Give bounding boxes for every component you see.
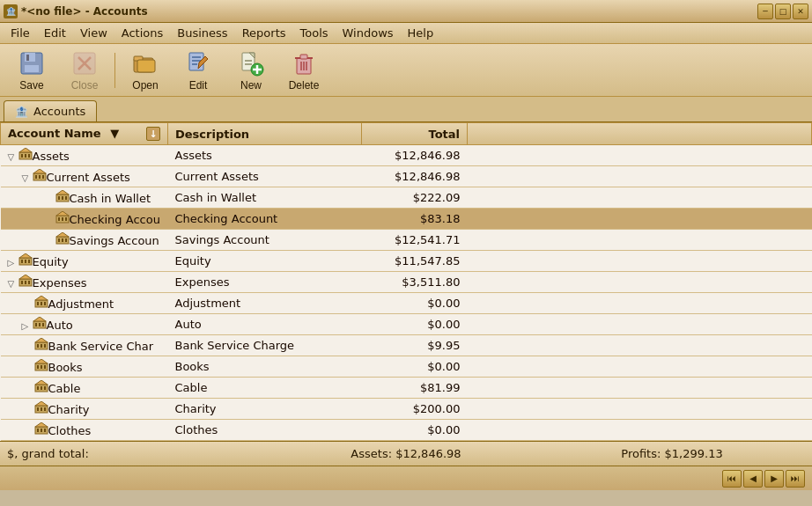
table-row[interactable]: CharityCharity$200.00 <box>1 399 812 420</box>
account-description-cell: Auto <box>168 314 362 335</box>
menu-tools[interactable]: Tools <box>293 25 336 41</box>
account-name-cell: ▽ Current Assets <box>1 166 168 187</box>
account-total-cell: $11,547.85 <box>362 251 468 272</box>
tab-accounts[interactable]: 🏦 Accounts <box>4 100 97 121</box>
menu-reports[interactable]: Reports <box>235 25 293 41</box>
svg-rect-75 <box>41 344 42 348</box>
svg-rect-31 <box>28 154 30 158</box>
account-icon <box>34 359 48 371</box>
spacer-cell <box>468 335 812 356</box>
spacer-cell <box>468 272 812 293</box>
table-row[interactable]: ▽ AssetsAssets$12,846.98 <box>1 145 812 166</box>
svg-marker-32 <box>19 148 32 152</box>
open-icon <box>131 49 159 77</box>
menu-business[interactable]: Business <box>170 25 234 41</box>
save-icon <box>18 49 46 77</box>
svg-rect-80 <box>41 365 42 369</box>
table-row[interactable]: Cash in WalletCash in Wallet$222.09 <box>1 187 812 209</box>
table-row[interactable]: Bank Service CharBank Service Charge$9.9… <box>1 335 812 356</box>
table-row[interactable]: Checking AccouChecking Account$83.18 <box>1 209 812 230</box>
new-button[interactable]: New <box>226 48 276 93</box>
table-row[interactable]: ▽ ExpensesExpenses$3,511.80 <box>1 272 812 293</box>
table-row[interactable]: BooksBooks$0.00 <box>1 356 812 378</box>
spacer-cell <box>468 166 812 187</box>
svg-marker-57 <box>19 253 32 258</box>
edit-button[interactable]: Edit <box>173 48 223 93</box>
account-name-cell: Cable <box>1 378 168 399</box>
delete-button[interactable]: Delete <box>279 48 328 93</box>
table-header-row: Account Name ▼ ↓ Description Total <box>1 123 812 145</box>
svg-rect-34 <box>35 175 37 179</box>
svg-rect-1 <box>25 53 35 62</box>
account-description-cell: Clothes <box>168 420 362 441</box>
row-expander[interactable]: ▷ <box>8 258 18 268</box>
col-header-description[interactable]: Description <box>168 123 362 145</box>
account-name: Books <box>48 361 83 374</box>
spacer-cell <box>468 356 812 378</box>
accounts-table-container[interactable]: Account Name ▼ ↓ Description Total ▽ Ass… <box>0 122 812 441</box>
svg-marker-97 <box>35 422 48 427</box>
svg-marker-72 <box>33 317 46 321</box>
account-icon <box>55 232 70 245</box>
account-name: Clothes <box>48 424 92 437</box>
account-icon <box>34 401 48 414</box>
svg-rect-55 <box>25 260 26 263</box>
open-button[interactable]: Open <box>121 48 170 93</box>
account-total-cell: $0.00 <box>362 293 468 314</box>
menu-file[interactable]: File <box>4 25 37 41</box>
col-header-name[interactable]: Account Name ▼ ↓ <box>1 123 168 145</box>
table-row[interactable]: ClothesClothes$0.00 <box>1 420 812 441</box>
svg-rect-91 <box>44 407 46 411</box>
table-row[interactable]: ▽ Current AssetsCurrent Assets$12,846.98 <box>1 166 812 187</box>
row-expander[interactable]: ▽ <box>8 279 18 289</box>
status-bar: $, grand total: Assets: $12,846.98 Profi… <box>0 441 812 466</box>
table-row[interactable]: CableCable$81.99 <box>1 378 812 399</box>
nav-last-button[interactable]: ⏭ <box>786 470 805 488</box>
save-label: Save <box>19 79 43 92</box>
table-row[interactable]: Savings AccounSavings Account$12,541.71 <box>1 230 812 251</box>
menu-windows[interactable]: Windows <box>336 25 401 41</box>
svg-marker-47 <box>56 211 69 216</box>
table-row[interactable]: AdjustmentAdjustment$0.00 <box>1 293 812 314</box>
close-icon <box>70 49 99 77</box>
delete-icon <box>290 49 318 77</box>
minimize-button[interactable]: ─ <box>757 4 773 19</box>
svg-rect-35 <box>39 175 41 179</box>
svg-marker-77 <box>35 338 48 342</box>
row-expander[interactable]: ▽ <box>22 173 33 183</box>
table-row[interactable]: ▷ EquityEquity$11,547.85 <box>1 251 812 272</box>
row-expander[interactable]: ▽ <box>8 152 18 162</box>
nav-prev-button[interactable]: ◀ <box>743 470 763 488</box>
account-description-cell: Savings Account <box>168 230 362 251</box>
spacer-cell <box>468 145 812 166</box>
account-description-cell: Expenses <box>168 272 362 293</box>
spacer-cell <box>468 314 812 335</box>
account-name: Equity <box>33 255 69 268</box>
menu-help[interactable]: Help <box>401 25 441 41</box>
spacer-cell <box>468 293 812 314</box>
svg-rect-24 <box>300 55 307 59</box>
svg-rect-40 <box>62 196 63 200</box>
sort-arrow-icon[interactable]: ↓ <box>146 127 160 141</box>
maximize-button[interactable]: □ <box>775 4 791 19</box>
menu-view[interactable]: View <box>73 25 114 41</box>
col-header-total[interactable]: Total <box>362 123 468 145</box>
menu-actions[interactable]: Actions <box>114 25 171 41</box>
svg-rect-74 <box>37 344 39 348</box>
svg-marker-52 <box>56 232 69 237</box>
menu-edit[interactable]: Edit <box>37 25 73 41</box>
nav-first-button[interactable]: ⏮ <box>722 470 742 488</box>
table-row[interactable]: ▷ AutoAuto$0.00 <box>1 314 812 335</box>
row-expander[interactable]: ▷ <box>22 321 33 331</box>
close-button[interactable]: ✕ <box>793 4 808 19</box>
svg-rect-71 <box>42 323 44 326</box>
nav-next-button[interactable]: ▶ <box>764 470 784 488</box>
close-button[interactable]: Close <box>60 48 109 93</box>
account-icon <box>33 169 47 181</box>
account-total-cell: $12,541.71 <box>362 230 468 251</box>
svg-rect-81 <box>44 365 46 369</box>
account-total-cell: $0.00 <box>362 420 468 441</box>
account-icon <box>55 190 70 202</box>
svg-marker-82 <box>35 359 48 363</box>
save-button[interactable]: Save <box>7 48 56 93</box>
